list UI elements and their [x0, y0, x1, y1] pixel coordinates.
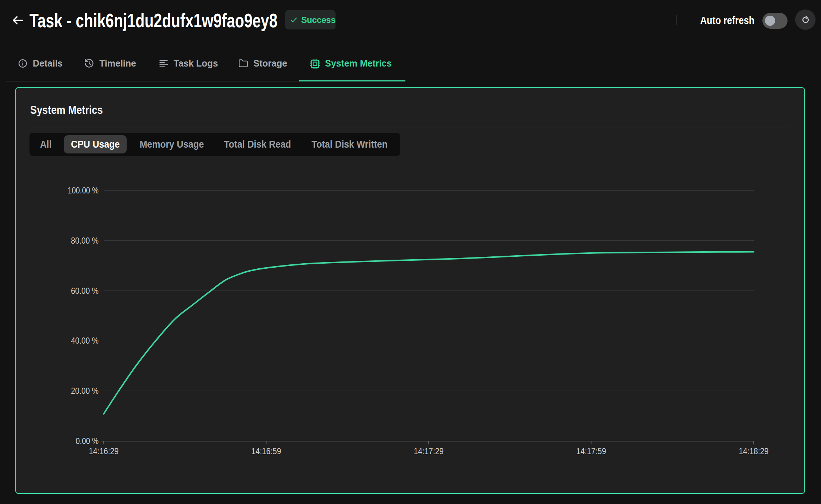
svg-text:14:16:29: 14:16:29	[89, 447, 119, 456]
svg-text:20.00 %: 20.00 %	[71, 386, 99, 396]
svg-text:14:17:59: 14:17:59	[576, 447, 606, 456]
svg-text:14:17:29: 14:17:29	[414, 447, 444, 456]
svg-text:0.00 %: 0.00 %	[76, 436, 99, 446]
svg-text:14:16:59: 14:16:59	[251, 447, 281, 456]
svg-text:40.00 %: 40.00 %	[71, 336, 99, 345]
svg-text:14:18:29: 14:18:29	[739, 447, 769, 456]
svg-text:60.00 %: 60.00 %	[71, 286, 99, 296]
svg-text:100.00 %: 100.00 %	[68, 186, 99, 195]
svg-text:80.00 %: 80.00 %	[71, 236, 99, 245]
